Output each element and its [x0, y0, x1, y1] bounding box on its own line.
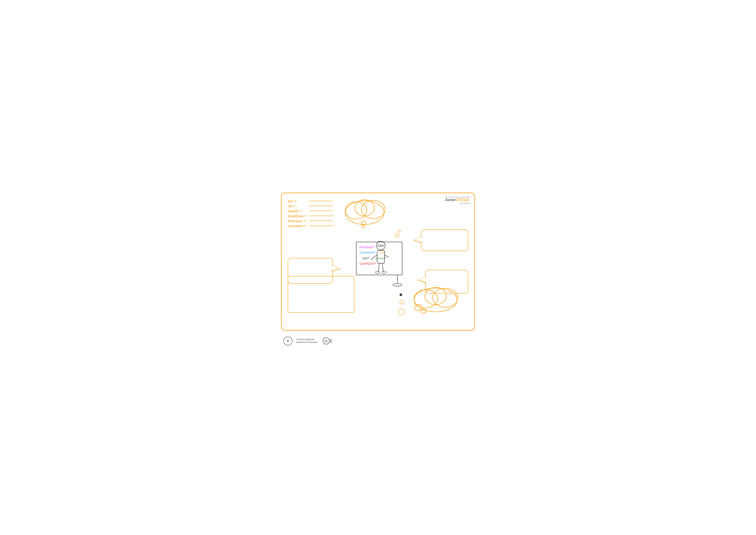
svg-point-9	[425, 288, 446, 305]
logo-area: An tSraith Shóisearach do Mhúinteoirí Ju…	[445, 196, 471, 205]
stand-base	[393, 283, 402, 286]
svg-line-22	[385, 255, 389, 257]
svg-rect-18	[377, 250, 385, 263]
logo-sub: for teachers	[445, 202, 471, 205]
label-comment: Comment ? :	[288, 224, 308, 228]
svg-line-24	[382, 263, 383, 272]
svg-line-20	[372, 255, 377, 259]
label-row-ou: Où ? :	[288, 204, 334, 208]
logo-small-text: An tSraith Shóisearach do Mhúinteoirí	[445, 196, 471, 198]
svg-rect-13	[378, 245, 380, 246]
line-qui	[309, 201, 333, 201]
label-qui: Qui ? :	[288, 199, 308, 203]
dot-center-3	[398, 309, 405, 315]
label-quand: Quand ? :	[288, 209, 308, 213]
logo-cycle: CYCLE	[456, 198, 469, 202]
cc-text-row: BY NC	[330, 339, 333, 343]
svg-point-26	[382, 271, 386, 273]
svg-text:♦: ♦	[287, 339, 289, 343]
label-row-quelquoi: Quel/Quoi ? :	[288, 214, 334, 218]
cloud-bottom	[408, 283, 464, 318]
line-pourquoi	[309, 221, 333, 221]
board-qui: Qui?	[363, 255, 369, 261]
dot-center-1	[399, 294, 402, 296]
cc-badge: cc BY NC	[323, 337, 333, 344]
svg-rect-14	[381, 245, 383, 246]
main-page: Qui ? : Où ? : Quand ? : Quel/Quoi ? : P…	[281, 193, 475, 330]
logo-junior: Junior	[445, 198, 456, 202]
label-row-quand: Quand ? :	[288, 209, 334, 213]
footer-text-block: An Roinn Oideachais Department of Educat…	[296, 338, 318, 344]
svg-line-23	[378, 263, 379, 272]
footer-dept: An Roinn Oideachais	[296, 338, 318, 341]
cc-label: cc	[325, 340, 327, 342]
svg-point-2	[362, 200, 385, 218]
svg-point-25	[375, 271, 380, 273]
line-quand	[309, 211, 333, 211]
cloud-top	[340, 195, 390, 229]
label-quelquoi: Quel/Quoi ? :	[288, 214, 309, 218]
thought-circle-2	[398, 230, 401, 233]
label-row-comment: Comment ? :	[288, 224, 334, 228]
dept-logo: ♦	[283, 336, 293, 346]
board-stand	[393, 275, 402, 286]
label-row-pourquoi: Pourquoi ? :	[288, 219, 334, 223]
label-list: Qui ? : Où ? : Quand ? : Quel/Quoi ? : P…	[288, 199, 334, 228]
box-bottom-left	[288, 276, 355, 313]
cc-icon: cc	[323, 337, 330, 344]
cc-by: BY	[330, 339, 333, 341]
svg-point-10	[415, 304, 422, 311]
svg-line-21	[371, 259, 372, 260]
line-ou	[309, 206, 333, 206]
svg-point-3	[355, 200, 374, 216]
logo-main: Junior CYCLE	[445, 198, 471, 202]
thought-circle-1	[395, 233, 399, 237]
line-comment	[310, 226, 334, 226]
label-ou: Où ? :	[288, 204, 308, 208]
stand-pole	[397, 275, 398, 283]
label-pourquoi: Pourquoi ? :	[288, 219, 308, 223]
line-quelquoi	[310, 216, 334, 216]
footer-dept-en: Department of Education	[296, 341, 318, 344]
label-row-qui: Qui ? :	[288, 199, 334, 203]
bubble-top-right	[421, 229, 468, 251]
dot-center-2	[399, 300, 404, 304]
footer: ♦ An Roinn Oideachais Department of Educ…	[281, 335, 475, 347]
cc-nc: NC	[330, 341, 333, 343]
person-figure	[371, 239, 391, 284]
